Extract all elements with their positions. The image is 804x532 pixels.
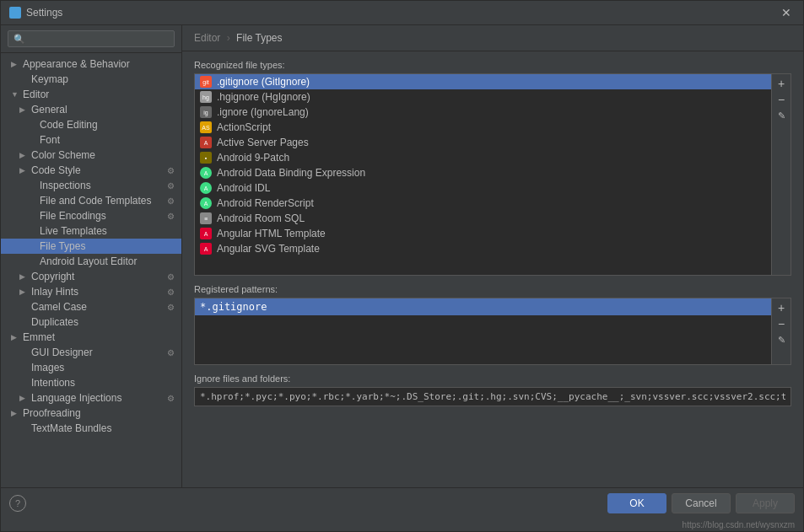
- file-icon: A: [200, 137, 212, 148]
- sidebar-item-textmate-bundles[interactable]: TextMate Bundles: [1, 421, 181, 436]
- sidebar-item-copyright[interactable]: ▶ Copyright ⚙: [1, 269, 181, 284]
- bottom-bar: ? OK Cancel Apply: [1, 487, 803, 519]
- file-type-item[interactable]: A Angular SVG Template: [195, 241, 771, 256]
- settings-dialog: Settings ✕ ▶ Appearance & Behavior Keyma…: [0, 0, 804, 532]
- edit-pattern-button[interactable]: ✎: [774, 332, 789, 347]
- file-type-item[interactable]: ≡ Android Room SQL: [195, 211, 771, 226]
- sidebar-item-label: General: [31, 104, 67, 116]
- help-button[interactable]: ?: [9, 495, 26, 512]
- file-type-item[interactable]: ig .ignore (IgnoreLang): [195, 105, 771, 120]
- file-type-item[interactable]: A Android Data Binding Expression: [195, 165, 771, 180]
- remove-pattern-button[interactable]: −: [774, 316, 789, 331]
- main-panel: Editor › File Types Recognized file type…: [182, 25, 803, 487]
- arrow-icon: ▶: [19, 287, 28, 296]
- add-file-type-button[interactable]: +: [774, 76, 789, 91]
- file-type-label: Angular SVG Template: [217, 243, 320, 255]
- file-icon: ig: [200, 106, 212, 118]
- file-icon: hg: [200, 91, 212, 103]
- edit-file-type-button[interactable]: ✎: [774, 108, 789, 123]
- sidebar-item-emmet[interactable]: ▶ Emmet: [1, 330, 181, 345]
- file-icon: git: [200, 76, 212, 88]
- apply-button[interactable]: Apply: [736, 493, 795, 513]
- sidebar-item-appearance[interactable]: ▶ Appearance & Behavior: [1, 56, 181, 72]
- arrow-icon: ▶: [11, 409, 19, 417]
- file-type-label: Android RenderScript: [217, 197, 314, 209]
- sidebar-item-label: Font: [40, 134, 60, 146]
- file-type-item[interactable]: git .gitignore (GitIgnore): [195, 74, 771, 89]
- sidebar-item-label: Images: [31, 362, 64, 373]
- remove-file-type-button[interactable]: −: [774, 92, 789, 107]
- arrow-icon: ▶: [19, 151, 28, 159]
- sidebar-item-inlay-hints[interactable]: ▶ Inlay Hints ⚙: [1, 284, 181, 299]
- sidebar-item-label: Keymap: [31, 73, 68, 85]
- sidebar-item-file-code-templates[interactable]: File and Code Templates ⚙: [1, 193, 181, 208]
- file-type-label: Android 9-Patch: [217, 152, 289, 164]
- sidebar-item-font[interactable]: Font: [1, 132, 181, 148]
- sidebar-item-general[interactable]: ▶ General: [1, 102, 181, 117]
- settings-gear-icon: ⚙: [167, 196, 175, 206]
- file-icon: ▪: [200, 152, 212, 164]
- sidebar-item-live-templates[interactable]: Live Templates: [1, 223, 181, 239]
- file-type-item[interactable]: A Angular HTML Template: [195, 226, 771, 241]
- pattern-item[interactable]: *.gitignore: [195, 298, 771, 315]
- file-type-label: .ignore (IgnoreLang): [217, 106, 309, 118]
- title-bar-left: Settings: [9, 7, 62, 19]
- content-area: ▶ Appearance & Behavior Keymap ▼ Editor …: [1, 25, 803, 487]
- ok-button[interactable]: OK: [607, 493, 666, 513]
- search-input[interactable]: [8, 30, 175, 47]
- sidebar-item-android-layout[interactable]: Android Layout Editor: [1, 254, 181, 269]
- file-list[interactable]: git .gitignore (GitIgnore) hg .hgignore …: [195, 74, 771, 275]
- file-icon: A: [200, 182, 212, 194]
- sidebar-item-inspections[interactable]: Inspections ⚙: [1, 178, 181, 193]
- title-bar: Settings ✕: [1, 1, 803, 25]
- settings-gear-icon: ⚙: [167, 394, 175, 403]
- file-type-item[interactable]: hg .hgignore (HgIgnore): [195, 89, 771, 105]
- sidebar-item-intentions[interactable]: Intentions: [1, 375, 181, 390]
- ignore-label: Ignore files and folders:: [194, 373, 791, 384]
- settings-gear-icon: ⚙: [167, 303, 175, 312]
- sidebar-item-code-editing[interactable]: Code Editing: [1, 117, 181, 132]
- sidebar-item-keymap[interactable]: Keymap: [1, 72, 181, 87]
- sidebar-item-code-style[interactable]: ▶ Code Style ⚙: [1, 163, 181, 178]
- file-list-buttons: + − ✎: [771, 74, 791, 275]
- sidebar-item-label: Language Injections: [31, 392, 121, 404]
- sidebar-item-label: Emmet: [23, 331, 55, 343]
- close-button[interactable]: ✕: [778, 6, 795, 19]
- file-type-label: .gitignore (GitIgnore): [217, 76, 310, 88]
- file-type-item[interactable]: A Android RenderScript: [195, 196, 771, 211]
- sidebar-item-label: Proofreading: [23, 407, 81, 419]
- panel-content: Recognized file types: git .gitignore (G…: [182, 51, 803, 487]
- recognized-label: Recognized file types:: [194, 60, 791, 70]
- sidebar-item-camel-case[interactable]: Camel Case ⚙: [1, 299, 181, 314]
- arrow-icon: ▶: [11, 60, 19, 68]
- ignore-input[interactable]: [194, 387, 791, 406]
- patterns-list-container: *.gitignore + − ✎: [194, 298, 791, 365]
- sidebar-item-label: Code Editing: [40, 119, 98, 131]
- sidebar: ▶ Appearance & Behavior Keymap ▼ Editor …: [1, 25, 182, 487]
- file-type-item[interactable]: A Android IDL: [195, 180, 771, 196]
- sidebar-item-color-scheme[interactable]: ▶ Color Scheme: [1, 148, 181, 163]
- file-type-item[interactable]: AS ActionScript: [195, 120, 771, 135]
- sidebar-item-file-types[interactable]: File Types: [1, 239, 181, 254]
- file-icon: AS: [200, 121, 212, 133]
- file-type-item[interactable]: ▪ Android 9-Patch: [195, 150, 771, 165]
- sidebar-item-duplicates[interactable]: Duplicates: [1, 314, 181, 330]
- settings-gear-icon: ⚙: [167, 181, 175, 191]
- add-pattern-button[interactable]: +: [774, 300, 789, 315]
- cancel-button[interactable]: Cancel: [672, 493, 731, 513]
- sidebar-item-gui-designer[interactable]: GUI Designer ⚙: [1, 345, 181, 360]
- sidebar-tree: ▶ Appearance & Behavior Keymap ▼ Editor …: [1, 53, 181, 487]
- breadcrumb-separator: ›: [227, 32, 230, 44]
- file-type-item[interactable]: A Active Server Pages: [195, 135, 771, 150]
- pattern-list-buttons: + − ✎: [771, 298, 791, 364]
- sidebar-item-proofreading[interactable]: ▶ Proofreading: [1, 406, 181, 421]
- patterns-list[interactable]: *.gitignore: [195, 298, 771, 364]
- sidebar-item-images[interactable]: Images: [1, 360, 181, 375]
- file-type-label: Android IDL: [217, 182, 270, 194]
- sidebar-item-file-encodings[interactable]: File Encodings ⚙: [1, 208, 181, 223]
- watermark: https://blog.csdn.net/wysnxzm: [1, 519, 803, 531]
- sidebar-item-editor[interactable]: ▼ Editor: [1, 87, 181, 102]
- sidebar-item-language-injections[interactable]: ▶ Language Injections ⚙: [1, 390, 181, 406]
- arrow-icon: ▶: [19, 105, 28, 114]
- file-type-label: Android Room SQL: [217, 212, 305, 224]
